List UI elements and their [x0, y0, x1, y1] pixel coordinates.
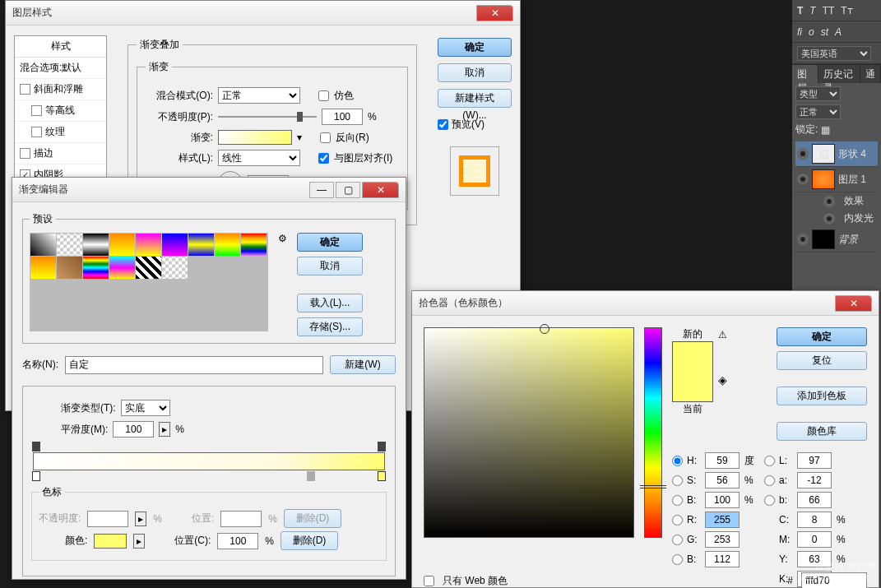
b-lab-radio[interactable]: [764, 495, 775, 506]
web-only-check[interactable]: [424, 576, 434, 586]
ok-button[interactable]: 确定: [777, 327, 867, 346]
grad-type-select[interactable]: 实底: [121, 400, 170, 416]
reverse-check[interactable]: [320, 132, 331, 143]
fx-inner-glow[interactable]: 内发光: [795, 210, 878, 227]
h-input[interactable]: [705, 452, 740, 469]
new-style-button[interactable]: 新建样式(W)...: [438, 89, 512, 108]
titlebar[interactable]: 图层样式 ✕: [6, 1, 520, 25]
preset-swatch[interactable]: [188, 234, 214, 256]
preview-check[interactable]: [438, 119, 448, 130]
m-input[interactable]: [797, 531, 832, 548]
preset-swatch[interactable]: [109, 234, 135, 256]
layer-thumbnail[interactable]: [812, 229, 835, 249]
preset-swatch[interactable]: [83, 234, 109, 256]
dropdown-icon[interactable]: ▸: [159, 422, 170, 437]
cancel-button[interactable]: 取消: [297, 257, 363, 275]
checkbox[interactable]: [20, 84, 30, 95]
s-input[interactable]: [705, 472, 740, 488]
minimize-icon[interactable]: —: [309, 182, 334, 198]
current-color-swatch[interactable]: [673, 372, 712, 401]
dropdown-icon[interactable]: ▸: [133, 534, 145, 549]
r-radio[interactable]: [672, 515, 683, 525]
s-radio[interactable]: [672, 475, 683, 486]
h-radio[interactable]: [672, 456, 683, 466]
preset-swatch[interactable]: [215, 234, 240, 256]
midpoint[interactable]: [307, 471, 315, 481]
style-select[interactable]: 线性: [218, 150, 300, 166]
warning-icon[interactable]: ⚠: [718, 329, 727, 340]
r-input[interactable]: [705, 512, 740, 528]
checkbox[interactable]: [20, 148, 30, 159]
checkbox[interactable]: [31, 105, 42, 116]
preset-swatch[interactable]: [57, 234, 82, 256]
ok-button[interactable]: 确定: [297, 233, 363, 252]
gradient-bar[interactable]: [33, 452, 385, 470]
color-stop[interactable]: [378, 471, 386, 481]
tab-history[interactable]: 历史记录: [818, 65, 860, 83]
visibility-icon[interactable]: [797, 234, 809, 245]
fx-effects[interactable]: 效果: [795, 192, 878, 210]
name-input[interactable]: [65, 356, 323, 374]
preset-swatch[interactable]: [241, 234, 267, 256]
color-pos-input[interactable]: [217, 533, 258, 549]
b-lab-input[interactable]: [797, 492, 832, 508]
dropdown-icon[interactable]: ▾: [297, 132, 302, 143]
preset-swatch[interactable]: [136, 234, 161, 256]
dither-check[interactable]: [318, 90, 329, 101]
bevel-emboss[interactable]: 斜面和浮雕: [15, 79, 106, 100]
preset-swatch[interactable]: [30, 257, 56, 279]
a-input[interactable]: [797, 472, 832, 488]
gear-icon[interactable]: ⚙: [278, 233, 287, 244]
styles-header[interactable]: 样式: [15, 36, 106, 58]
preset-swatch[interactable]: [136, 257, 161, 279]
opacity-stop[interactable]: [378, 442, 386, 451]
cancel-button[interactable]: 取消: [438, 63, 512, 82]
layer-thumbnail[interactable]: ◱: [812, 144, 835, 164]
preset-swatch[interactable]: [109, 257, 135, 279]
visibility-icon[interactable]: [797, 148, 809, 160]
preset-swatch[interactable]: [162, 257, 188, 279]
b-hsb-radio[interactable]: [672, 495, 683, 506]
align-check[interactable]: [318, 153, 329, 164]
preset-swatch[interactable]: [57, 257, 82, 279]
cube-icon[interactable]: ◈: [718, 373, 727, 387]
visibility-icon[interactable]: [797, 174, 809, 185]
visibility-icon[interactable]: [823, 196, 835, 207]
lock-pixels-icon[interactable]: ▦: [821, 124, 830, 136]
layer-thumbnail[interactable]: [812, 169, 835, 189]
close-icon[interactable]: ✕: [476, 5, 513, 21]
tab-channels[interactable]: 通: [860, 65, 881, 83]
preset-swatch[interactable]: [83, 257, 109, 279]
color-picker-cursor[interactable]: [540, 324, 549, 334]
tab-layers[interactable]: 图层: [792, 65, 818, 83]
blending-options[interactable]: 混合选项:默认: [15, 58, 106, 79]
color-field[interactable]: [424, 327, 634, 538]
b-rgb-radio[interactable]: [672, 554, 683, 565]
b-hsb-input[interactable]: [705, 492, 740, 508]
ordinals-icon[interactable]: o: [809, 26, 814, 38]
preset-swatch[interactable]: [30, 234, 56, 256]
layer-shape4[interactable]: ◱ 形状 4: [795, 141, 878, 167]
load-button[interactable]: 载入(L)...: [297, 294, 363, 313]
color-libraries-button[interactable]: 颜色库: [777, 422, 867, 441]
bold-icon[interactable]: T: [797, 5, 803, 16]
hue-marker[interactable]: [640, 485, 666, 488]
maximize-icon[interactable]: ▢: [336, 182, 360, 198]
hue-slider[interactable]: [644, 327, 662, 538]
g-input[interactable]: [705, 531, 740, 548]
opacity-stop[interactable]: [32, 442, 40, 451]
smallcaps-icon[interactable]: Tᴛ: [841, 5, 852, 16]
contour[interactable]: 等高线: [15, 100, 106, 122]
gradient-swatch[interactable]: [218, 130, 292, 145]
a-radio[interactable]: [764, 475, 775, 486]
l-input[interactable]: [797, 452, 832, 469]
stylistic-icon[interactable]: st: [821, 26, 828, 38]
titlebar[interactable]: 渐变编辑器 — ▢ ✕: [12, 178, 406, 202]
opacity-slider[interactable]: [218, 110, 317, 123]
save-button[interactable]: 存储(S)...: [297, 317, 363, 336]
close-icon[interactable]: ✕: [362, 182, 399, 198]
italic-icon[interactable]: T: [809, 5, 815, 16]
blend-mode-select[interactable]: 正常: [218, 87, 300, 104]
allcaps-icon[interactable]: TT: [823, 5, 835, 16]
filter-kind-select[interactable]: 类型: [795, 86, 841, 101]
